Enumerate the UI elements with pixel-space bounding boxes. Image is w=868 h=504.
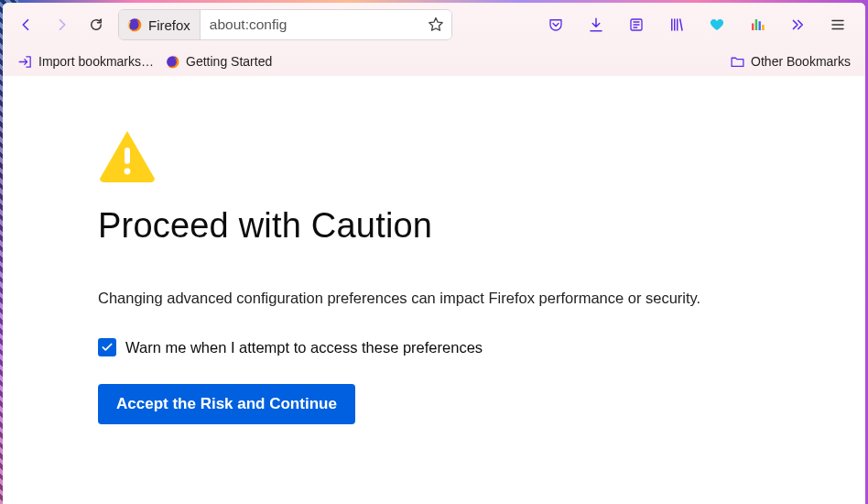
identity-box[interactable]: Firefox [119, 10, 201, 39]
chevron-double-right-icon [789, 16, 806, 33]
import-bookmarks-button[interactable]: Import bookmarks… [12, 50, 159, 73]
checkmark-icon [101, 341, 114, 354]
color-bars-icon [749, 16, 765, 33]
toolbar-extension-area [536, 8, 858, 41]
bookmarks-toolbar: Import bookmarks… Getting Started Other … [3, 47, 865, 76]
firefox-logo-icon [126, 16, 143, 33]
hamburger-icon [830, 16, 846, 33]
app-menu-button[interactable] [818, 8, 858, 41]
extension-button-bars[interactable] [737, 8, 777, 41]
heart-y-icon [709, 16, 725, 33]
warn-checkbox-label: Warn me when I attempt to access these p… [125, 339, 483, 356]
downloads-button[interactable] [576, 8, 616, 41]
identity-label: Firefox [148, 17, 190, 33]
firefox-window: Firefox [3, 3, 865, 504]
getting-started-label: Getting Started [186, 54, 272, 69]
pocket-button[interactable] [536, 8, 576, 41]
svg-rect-3 [755, 19, 757, 30]
library-icon [668, 16, 685, 33]
svg-rect-5 [762, 25, 764, 30]
svg-rect-7 [125, 148, 130, 164]
star-icon [427, 16, 445, 34]
forward-button[interactable] [45, 8, 78, 41]
svg-point-8 [125, 169, 131, 175]
warn-checkbox[interactable] [98, 338, 116, 356]
url-input[interactable] [201, 10, 420, 39]
svg-rect-4 [759, 21, 761, 30]
nav-toolbar: Firefox [3, 3, 865, 47]
pocket-icon [548, 16, 564, 33]
url-bar: Firefox [118, 9, 452, 40]
arrow-right-icon [53, 16, 70, 33]
accept-risk-button[interactable]: Accept the Risk and Continue [98, 384, 355, 424]
library-button[interactable] [656, 8, 697, 41]
page-title: Proceed with Caution [98, 206, 865, 246]
overflow-button[interactable] [777, 8, 818, 41]
getting-started-bookmark[interactable]: Getting Started [159, 50, 277, 73]
about-config-warning-page: Proceed with Caution Changing advanced c… [3, 76, 865, 504]
arrow-left-icon [18, 16, 35, 33]
extension-button-yacy[interactable] [697, 8, 737, 41]
reload-icon [88, 16, 104, 33]
back-button[interactable] [10, 8, 43, 41]
warn-checkbox-row: Warn me when I attempt to access these p… [98, 338, 865, 356]
reload-button[interactable] [80, 8, 113, 41]
other-bookmarks-button[interactable]: Other Bookmarks [724, 50, 856, 73]
other-bookmarks-label: Other Bookmarks [751, 54, 851, 69]
download-icon [588, 16, 604, 33]
reader-icon [628, 16, 645, 33]
import-bookmarks-label: Import bookmarks… [38, 54, 154, 69]
firefox-logo-icon [165, 54, 180, 70]
warning-icon [98, 129, 865, 186]
svg-rect-2 [752, 24, 754, 31]
folder-icon [730, 54, 745, 70]
warning-message: Changing advanced configuration preferen… [98, 290, 794, 307]
bookmark-star-button[interactable] [420, 10, 451, 39]
import-icon [17, 54, 33, 70]
reader-button[interactable] [616, 8, 656, 41]
